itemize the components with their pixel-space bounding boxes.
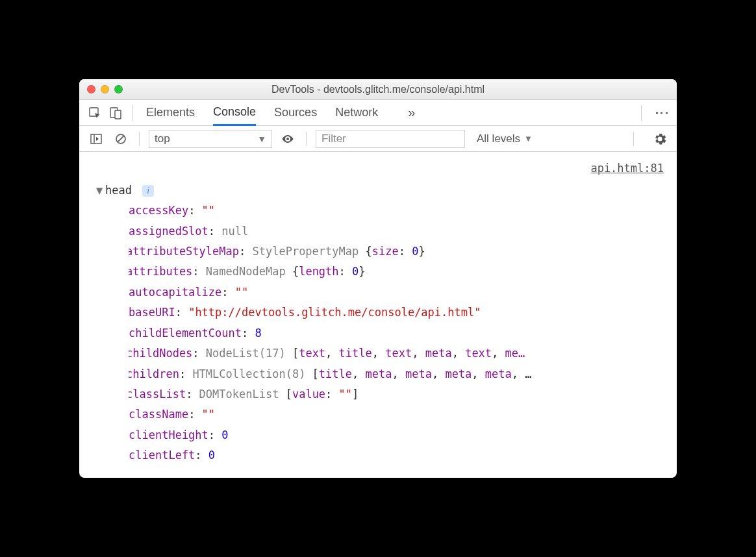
property-value-segment: 0	[412, 245, 418, 258]
property-value-segment: meta	[366, 367, 392, 380]
tab-sources[interactable]: Sources	[274, 100, 317, 125]
separator	[641, 105, 642, 121]
context-selector[interactable]: top ▼	[149, 130, 272, 148]
property-value-segment: "http://devtools.glitch.me/console/api.h…	[188, 306, 481, 319]
console-toolbar: top ▼ All levels ▼	[79, 126, 677, 152]
close-button[interactable]	[87, 85, 95, 93]
property-value-segment: 0	[352, 265, 359, 278]
svg-rect-2	[115, 110, 121, 119]
property-value-segment: ""	[235, 286, 248, 299]
property-value-segment: NodeList(17)	[206, 347, 292, 360]
property-value-segment: ""	[339, 388, 352, 401]
separator	[306, 132, 307, 146]
window-title: DevTools - devtools.glitch.me/console/ap…	[79, 84, 677, 95]
property-row: baseURI: "http://devtools.glitch.me/cons…	[129, 303, 666, 323]
property-value-segment: ""	[202, 408, 215, 421]
property-value-segment: 0	[221, 428, 228, 441]
property-value-segment: ,	[412, 347, 425, 360]
traffic-lights	[87, 85, 123, 93]
separator	[633, 132, 634, 146]
property-row[interactable]: ▶classList: DOMTokenList [value: ""]	[129, 384, 666, 404]
property-value-segment: size	[372, 245, 399, 258]
property-value-segment: ,	[325, 347, 338, 360]
property-value-segment: ,	[392, 367, 405, 380]
chevron-down-icon: ▼	[524, 134, 533, 143]
property-row[interactable]: ▶children: HTMLCollection(8) [title, met…	[129, 364, 666, 384]
property-row[interactable]: ▶attributeStyleMap: StylePropertyMap {si…	[129, 241, 666, 262]
property-value-segment: text	[465, 347, 492, 360]
property-value-segment: HTMLCollection(8)	[192, 367, 312, 380]
property-key: baseURI	[129, 306, 175, 319]
property-row: autocapitalize: ""	[129, 282, 666, 303]
property-value-segment: :	[325, 388, 338, 401]
property-value-segment: text	[385, 347, 412, 360]
svg-point-7	[286, 138, 289, 140]
object-root-label: head	[105, 184, 132, 197]
info-icon[interactable]: i	[142, 185, 154, 197]
tabs-overflow-icon[interactable]: »	[408, 105, 415, 120]
property-value-segment: DOMTokenList	[199, 388, 286, 401]
property-value-segment: ,	[452, 347, 465, 360]
property-key: autocapitalize	[129, 286, 221, 299]
devtools-window: DevTools - devtools.glitch.me/console/ap…	[79, 79, 677, 478]
property-value-segment: me…	[505, 347, 525, 360]
property-value-segment: NamedNodeMap	[206, 265, 292, 278]
tab-console[interactable]: Console	[213, 101, 256, 126]
property-value-segment: [	[312, 367, 319, 380]
console-settings-icon[interactable]	[651, 130, 669, 148]
object-root[interactable]: ▼head i	[96, 180, 666, 201]
property-key: classList	[129, 388, 186, 401]
maximize-button[interactable]	[114, 85, 123, 93]
property-key: className	[129, 408, 188, 421]
clear-console-icon[interactable]	[112, 130, 130, 148]
property-key: attributeStyleMap	[129, 245, 239, 258]
property-row: assignedSlot: null	[129, 221, 666, 241]
separator	[139, 132, 140, 146]
property-value-segment: StylePropertyMap	[252, 245, 365, 258]
live-expression-icon[interactable]	[279, 130, 297, 148]
property-value-segment: :	[339, 265, 352, 278]
property-key: childNodes	[129, 347, 192, 360]
property-key: children	[129, 367, 179, 380]
panel-tabbar: Elements Console Sources Network » ⋮	[79, 100, 677, 126]
property-value-segment: ,	[352, 367, 365, 380]
property-value-segment: }	[359, 265, 365, 278]
property-key: clientLeft	[129, 449, 195, 462]
inspect-element-icon[interactable]	[86, 104, 104, 122]
property-value-segment: ,	[472, 367, 485, 380]
context-selector-value: top	[155, 132, 170, 145]
property-value-segment: null	[221, 225, 248, 238]
filter-input[interactable]	[316, 130, 465, 148]
property-value-segment: value	[292, 388, 325, 401]
toggle-sidebar-icon[interactable]	[87, 130, 105, 148]
property-row: clientHeight: 0	[129, 425, 666, 445]
property-list: accessKey: ""assignedSlot: null▶attribut…	[129, 201, 666, 466]
property-row: clientLeft: 0	[129, 445, 666, 465]
property-value-segment: ]	[352, 388, 359, 401]
chevron-down-icon: ▼	[257, 134, 266, 144]
property-value-segment: ,	[432, 367, 445, 380]
tab-network[interactable]: Network	[335, 100, 378, 125]
property-value-segment: 8	[255, 327, 261, 340]
disclosure-triangle-open-icon[interactable]: ▼	[96, 180, 104, 201]
log-levels-selector[interactable]: All levels ▼	[477, 132, 533, 145]
minimize-button[interactable]	[101, 85, 109, 93]
titlebar[interactable]: DevTools - devtools.glitch.me/console/ap…	[79, 79, 677, 100]
settings-menu-icon[interactable]: ⋮	[653, 106, 670, 120]
property-value-segment: title	[339, 347, 372, 360]
tab-elements[interactable]: Elements	[146, 100, 195, 125]
svg-line-6	[118, 136, 124, 142]
property-key: assignedSlot	[129, 225, 208, 238]
property-row[interactable]: ▶attributes: NamedNodeMap {length: 0}	[129, 262, 666, 282]
property-value-segment: ,	[492, 347, 505, 360]
device-toolbar-icon[interactable]	[107, 104, 125, 122]
property-row[interactable]: ▶childNodes: NodeList(17) [text, title, …	[129, 343, 666, 364]
property-value-segment: text	[299, 347, 325, 360]
property-value-segment: meta	[445, 367, 472, 380]
source-link[interactable]: api.html:81	[90, 158, 666, 179]
property-row: className: ""	[129, 404, 666, 425]
panel-tabs: Elements Console Sources Network »	[146, 100, 415, 125]
property-row: childElementCount: 8	[129, 323, 666, 343]
property-value-segment: , …	[512, 367, 532, 380]
property-value-segment: title	[319, 367, 352, 380]
